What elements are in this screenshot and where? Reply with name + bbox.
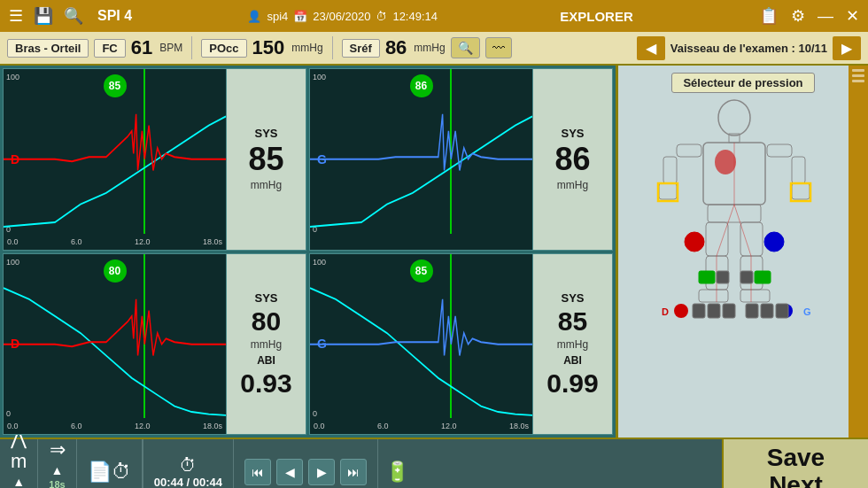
- location-label: Bras - Orteil: [7, 39, 89, 58]
- svg-rect-6: [659, 183, 677, 199]
- app-title: SPI 4: [97, 8, 132, 24]
- main-content: 100 0 D 85 0.0 6.0 12.0 18.0s: [0, 66, 868, 438]
- svg-rect-27: [717, 271, 729, 283]
- chart-graph-bottom-right: 100 0 G 85 0.0 6.0 12.0 18.0s: [310, 254, 532, 435]
- battery-section: 🔋: [378, 439, 416, 488]
- svg-rect-11: [706, 222, 728, 256]
- minimize-icon[interactable]: —: [814, 7, 837, 26]
- sys-val-bl: 80: [252, 308, 281, 335]
- save-next-label: SaveNext: [767, 445, 825, 488]
- skip-back-button[interactable]: ⏮: [244, 459, 271, 485]
- pressure-selector-title: Sélecteur de pression: [671, 73, 814, 93]
- scroll-line-1: [852, 69, 864, 72]
- x-axis-top-left: 0.0 6.0 12.0 18.0s: [4, 234, 226, 250]
- battery-icon: 🔋: [385, 461, 409, 484]
- nav-info: ◀ Vaisseau de l'examen : 10/11 ▶: [637, 36, 861, 60]
- sys-val-br: 85: [558, 308, 587, 335]
- top-bar: ☰ 💾 🔍 SPI 4 👤 spi4 📅 23/06/2020 ⏱ 12:49:…: [0, 0, 868, 32]
- svg-point-0: [718, 100, 750, 136]
- username: spi4: [267, 10, 288, 23]
- timer-section: ⏱ 00:44 / 00:44: [143, 439, 234, 488]
- magnify-button[interactable]: 🔍: [451, 37, 480, 58]
- x-axis-bottom-left: 0.0 6.0 12.0 18.0s: [4, 418, 226, 434]
- svg-rect-10: [708, 205, 761, 222]
- sys-unit-br: mmHg: [557, 338, 588, 351]
- svg-point-25: [764, 232, 784, 252]
- chart-top-left: 100 0 D 85 0.0 6.0 12.0 18.0s: [3, 68, 306, 251]
- sys-unit-tl: mmHg: [251, 179, 282, 191]
- chart-bottom-right: 100 0 G 85 0.0 6.0 12.0 18.0s: [309, 253, 613, 436]
- sys-label-tl: SYS: [254, 127, 277, 140]
- clock-icon: ⏱: [376, 10, 387, 23]
- second-bar: Bras - Orteil FC 61 BPM POcc 150 mmHg Sr…: [0, 32, 868, 66]
- svg-rect-7: [767, 144, 792, 157]
- menu-icon[interactable]: ☰: [5, 6, 27, 26]
- search-icon[interactable]: 🔍: [60, 6, 87, 26]
- svg-rect-29: [755, 271, 771, 283]
- chart-graph-bottom-left: 100 0 D 80 0.0 6.0 12.0 18.0s: [4, 254, 226, 435]
- save-icon[interactable]: 💾: [30, 6, 57, 26]
- sys-unit-bl: mmHg: [251, 338, 282, 351]
- settings-icon[interactable]: ⚙: [787, 6, 809, 26]
- report-icon: 📄⏱: [88, 461, 131, 484]
- wave-right-arrows: ▲ 18s ▼: [49, 463, 65, 489]
- body-diagram: D G: [646, 98, 841, 373]
- scroll-tab[interactable]: [849, 66, 868, 438]
- fc-value: 61: [131, 36, 152, 59]
- pocc-value: 150: [252, 36, 285, 59]
- explorer-label: EXPLORER: [546, 9, 647, 24]
- stats-top-right: SYS 86 mmHg: [532, 69, 612, 250]
- date: 23/06/2020: [313, 10, 370, 23]
- prev-vessel-button[interactable]: ◀: [637, 36, 665, 60]
- skip-forward-button[interactable]: ⏭: [340, 459, 367, 485]
- wave-svg-bottom-right: [310, 254, 532, 435]
- wave-up-button[interactable]: ⋀m ▲ 32 ▼: [0, 439, 38, 488]
- wave-right-icon: ⇒: [50, 438, 66, 461]
- up-value-2: 18s: [49, 479, 65, 489]
- calendar-icon: 📅: [293, 10, 307, 23]
- svg-rect-38: [761, 304, 773, 318]
- pocc-unit: mmHg: [291, 42, 322, 54]
- charts-area: 100 0 D 85 0.0 6.0 12.0 18.0s: [0, 66, 616, 438]
- up-arrow-2[interactable]: ▲: [51, 463, 64, 477]
- prev-button[interactable]: ◀: [276, 459, 303, 485]
- next-button[interactable]: ▶: [308, 459, 335, 485]
- svg-rect-22: [658, 183, 678, 201]
- sys-val-tl: 85: [248, 143, 283, 175]
- svg-rect-23: [791, 183, 810, 201]
- svg-point-3: [715, 150, 736, 174]
- svg-rect-39: [776, 304, 788, 318]
- sys-val-tr: 86: [554, 143, 590, 175]
- svg-rect-28: [740, 271, 753, 283]
- vessel-nav-text: Vaisseau de l'examen : 10/11: [670, 42, 827, 55]
- svg-rect-35: [723, 304, 735, 318]
- save-next-button[interactable]: SaveNext: [722, 439, 868, 488]
- next-vessel-button[interactable]: ▶: [833, 36, 861, 60]
- abi-val-bl: 0.93: [240, 370, 291, 397]
- fc-label: FC: [94, 39, 125, 58]
- sys-label-br: SYS: [561, 291, 584, 305]
- up-arrow[interactable]: ▲: [12, 475, 25, 489]
- fc-unit: BPM: [159, 42, 182, 54]
- svg-line-18: [717, 205, 734, 256]
- time: 12:49:14: [392, 10, 438, 23]
- right-panel: Sélecteur de pression: [616, 66, 868, 438]
- x-axis-bottom-right: 0.0 6.0 12.0 18.0s: [310, 418, 532, 434]
- wave-button[interactable]: 〰: [485, 37, 512, 58]
- svg-rect-34: [708, 304, 720, 318]
- svg-rect-26: [699, 271, 715, 283]
- wave-arrows: ▲ 32 ▼: [12, 475, 25, 489]
- report-button[interactable]: 📄⏱: [77, 439, 143, 488]
- sref-value: 86: [385, 36, 407, 59]
- edit-icon[interactable]: 📋: [756, 6, 782, 26]
- chart-graph-top-left: 100 0 D 85 0.0 6.0 12.0 18.0s: [4, 69, 226, 250]
- user-icon: 👤: [247, 10, 261, 23]
- top-bar-right: 📋 ⚙ — ✕: [756, 6, 863, 26]
- bottom-bar: ⋀m ▲ 32 ▼ ⇒ ▲ 18s ▼ 📄⏱ ⏱ 00:44 / 00:44 ⏮…: [0, 438, 868, 488]
- wave-svg-bottom-left: [4, 254, 226, 435]
- close-icon[interactable]: ✕: [842, 6, 863, 26]
- body-svg: D G: [646, 98, 823, 364]
- svg-line-19: [734, 205, 751, 256]
- wave-right-button[interactable]: ⇒ ▲ 18s ▼: [38, 439, 76, 488]
- svg-rect-33: [693, 304, 705, 318]
